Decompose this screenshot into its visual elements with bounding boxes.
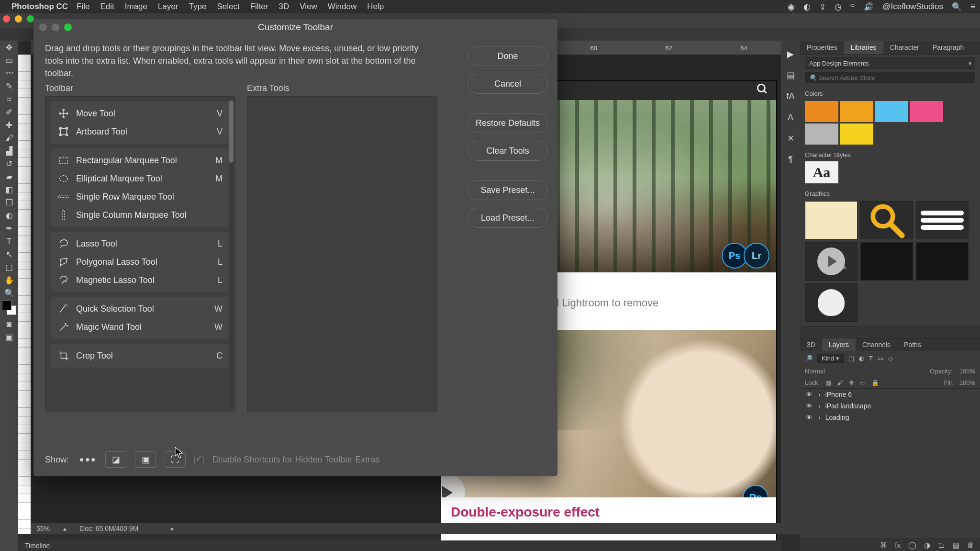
tool-row[interactable]: Artboard ToolV xyxy=(51,123,229,141)
zoom-popup-icon[interactable]: ▴ xyxy=(63,525,67,532)
tool-hand-icon[interactable]: ✋ xyxy=(0,274,18,287)
trash-icon[interactable]: 🗑 xyxy=(967,541,974,549)
show-extras-icon[interactable]: ••• xyxy=(79,452,97,467)
tab-3d-panel[interactable]: 3D xyxy=(800,338,822,351)
tab-paths[interactable]: Paths xyxy=(897,338,928,351)
graphic-dark2[interactable] xyxy=(916,242,969,281)
tool-group[interactable]: Crop ToolC xyxy=(51,344,229,368)
tool-row[interactable]: Single Row Marquee Tool xyxy=(51,188,229,206)
filter-img-icon[interactable]: ▢ xyxy=(848,355,854,362)
link-icon[interactable]: ⌘ xyxy=(880,541,887,550)
tab-character[interactable]: Character xyxy=(883,41,926,54)
lock-trans-icon[interactable]: ▦ xyxy=(825,379,831,386)
graphic-magnifier[interactable] xyxy=(860,201,913,239)
tool-fgbg-swatch[interactable] xyxy=(0,300,18,318)
library-select[interactable]: App Design Elements xyxy=(805,57,975,69)
layer-item-3[interactable]: 👁›Loading xyxy=(800,412,980,423)
status-user[interactable]: @IceflowStudios xyxy=(882,2,943,11)
menu-window[interactable]: Window xyxy=(328,2,356,11)
cancel-button[interactable]: Cancel xyxy=(468,74,548,94)
doc-info-arrow-icon[interactable]: ▸ xyxy=(171,525,174,532)
play-preview-icon[interactable]: ▶ xyxy=(784,48,797,60)
filter-adj-icon[interactable]: ◐ xyxy=(859,355,864,362)
tool-group[interactable]: Quick Selection ToolWMagic Wand ToolW xyxy=(51,297,229,339)
lock-pos-icon[interactable]: ✥ xyxy=(849,379,854,386)
tool-dodge-icon[interactable]: ◐ xyxy=(0,209,18,222)
menu-image[interactable]: Image xyxy=(125,2,147,11)
tool-screenmode-icon[interactable]: ▣ xyxy=(0,331,18,344)
tool-row[interactable]: Rectangular Marquee ToolM xyxy=(51,151,229,169)
show-fgbg-icon[interactable]: ◪ xyxy=(105,451,126,468)
filter-type-icon[interactable]: T xyxy=(869,355,873,362)
app-window-controls[interactable] xyxy=(3,15,34,22)
play-icon[interactable] xyxy=(441,473,465,497)
tool-group[interactable]: Lasso ToolLPolygonal Lasso ToolLMagnetic… xyxy=(51,232,229,292)
scrollbar-thumb[interactable] xyxy=(229,101,234,163)
tool-pen-icon[interactable]: ✒ xyxy=(0,222,18,235)
tab-channels[interactable]: Channels xyxy=(856,338,897,351)
tool-eyedropper-icon[interactable]: ✐ xyxy=(0,106,18,119)
blend-mode[interactable]: Normal xyxy=(805,368,825,375)
status-eye-icon[interactable]: ◉ xyxy=(788,2,795,12)
tool-brush-icon[interactable]: 🖌 xyxy=(0,132,18,145)
tool-path-icon[interactable]: ↖ xyxy=(0,248,18,261)
tool-marquee-icon[interactable]: ▭ xyxy=(0,54,18,67)
disable-shortcuts-checkbox[interactable] xyxy=(194,455,204,464)
extra-tools-list[interactable] xyxy=(247,96,437,412)
tab-paragraph[interactable]: Paragraph xyxy=(926,41,970,54)
glyphs-panel-icon[interactable]: fA xyxy=(784,90,797,102)
menu-edit[interactable]: Edit xyxy=(100,2,114,11)
menu-select[interactable]: Select xyxy=(217,2,239,11)
swatch-3[interactable] xyxy=(875,101,908,122)
menu-help[interactable]: Help xyxy=(367,2,384,11)
tool-eraser-icon[interactable]: ▰ xyxy=(0,170,18,183)
clear-tools-button[interactable]: Clear Tools xyxy=(468,141,548,161)
graphic-bust[interactable] xyxy=(805,283,858,322)
history-panel-icon[interactable]: ▤ xyxy=(784,69,797,81)
lock-all-icon[interactable]: 🔒 xyxy=(871,379,879,386)
menu-file[interactable]: File xyxy=(77,2,89,11)
tool-move-icon[interactable]: ✥ xyxy=(0,41,18,54)
fx-icon[interactable]: fx xyxy=(895,541,901,549)
swatch-6[interactable] xyxy=(840,124,873,145)
graphic-dark1[interactable] xyxy=(860,242,913,281)
layer-item-2[interactable]: 👁›iPad landscape xyxy=(800,400,980,412)
newlayer-icon[interactable]: ▤ xyxy=(953,541,959,550)
show-quickmask-icon[interactable]: ▣ xyxy=(135,451,156,468)
tool-row[interactable]: Single Column Marquee Tool xyxy=(51,206,229,224)
app-name[interactable]: Photoshop CC xyxy=(11,2,68,11)
fill-value[interactable]: 100% xyxy=(959,379,975,386)
layers-filter-kind[interactable]: Kind ▾ xyxy=(817,354,844,363)
tool-row[interactable]: Move ToolV xyxy=(51,104,229,123)
paragraph-panel-icon[interactable]: ¶ xyxy=(784,153,797,166)
restore-defaults-button[interactable]: Restore Defaults xyxy=(468,113,548,133)
tab-layers[interactable]: Layers xyxy=(822,338,856,351)
adjust-panel-icon[interactable]: ✕ xyxy=(784,132,797,145)
save-preset-button[interactable]: Save Preset... xyxy=(468,180,548,200)
tab-properties[interactable]: Properties xyxy=(800,41,844,54)
tool-row[interactable]: Magic Wand ToolW xyxy=(51,318,229,336)
menu-view[interactable]: View xyxy=(300,2,317,11)
show-screenmode-icon[interactable]: ⛶ xyxy=(165,451,186,468)
mask-icon[interactable]: ◯ xyxy=(908,541,916,550)
opacity-value[interactable]: 100% xyxy=(959,368,975,375)
tool-blur-icon[interactable]: ❒ xyxy=(0,196,18,209)
swatch-2[interactable] xyxy=(840,101,873,122)
menu-layer[interactable]: Layer xyxy=(158,2,178,11)
graphic-banner[interactable] xyxy=(805,201,858,239)
library-search[interactable]: 🔍 Search Adobe Stock xyxy=(805,72,975,83)
eye-icon[interactable]: 👁 xyxy=(805,414,813,421)
menu-type[interactable]: Type xyxy=(189,2,207,11)
lock-art-icon[interactable]: ▭ xyxy=(860,379,866,386)
toolbar-list[interactable]: Move ToolVArtboard ToolVRectangular Marq… xyxy=(45,96,235,412)
tool-row[interactable]: Quick Selection ToolW xyxy=(51,300,229,318)
status-dropbox-icon[interactable]: ⇪ xyxy=(819,2,826,12)
tool-row[interactable]: Magnetic Lasso ToolL xyxy=(51,271,229,289)
timeline-panel-tab[interactable]: Timeline xyxy=(18,540,781,551)
scrollbar[interactable] xyxy=(229,101,234,408)
graphic-play[interactable] xyxy=(805,242,858,281)
adjlayer-icon[interactable]: ◑ xyxy=(924,541,930,550)
status-clock-icon[interactable]: ◷ xyxy=(835,2,842,12)
filter-smart-icon[interactable]: ◇ xyxy=(888,355,893,362)
menu-extras-icon[interactable]: ≡ xyxy=(970,2,975,11)
